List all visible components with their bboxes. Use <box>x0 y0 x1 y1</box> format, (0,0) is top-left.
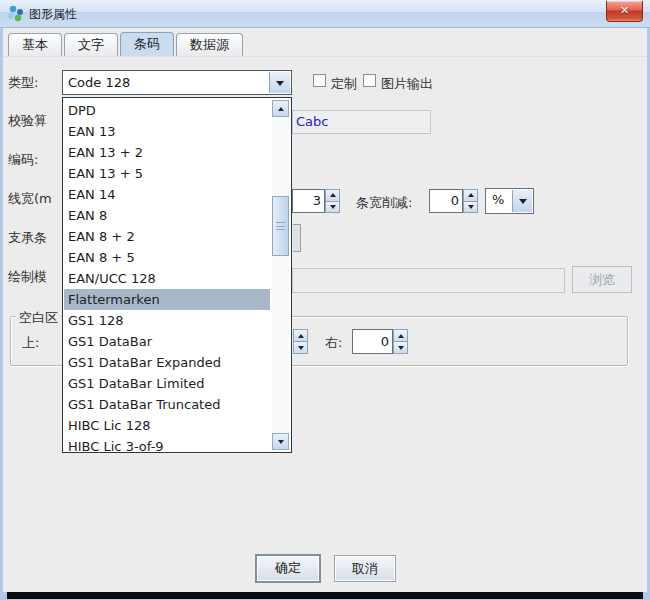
spinner-up-button[interactable] <box>393 329 408 342</box>
list-item[interactable]: GS1 128 <box>64 310 270 331</box>
tab-text[interactable]: 文字 <box>64 33 118 56</box>
checksum-label: 校验算 <box>8 112 47 130</box>
arrow-up-icon <box>278 107 284 111</box>
spinner-down-button[interactable] <box>325 202 340 214</box>
draw-mode-label: 绘制模 <box>8 268 47 286</box>
list-item[interactable]: EAN 8 + 2 <box>64 226 270 247</box>
bar-width-reduction-field[interactable]: 0 <box>429 189 463 213</box>
quiet-zone-right-field[interactable]: 0 <box>352 329 393 354</box>
bearer-bar-label: 支承条 <box>8 229 47 247</box>
arrow-down-icon <box>298 346 304 350</box>
window-border-left <box>0 28 3 592</box>
window-border-bottom-inner <box>7 592 643 599</box>
ok-button[interactable]: 确定 <box>255 554 321 583</box>
custom-checkbox-label: 定制 <box>331 75 357 93</box>
list-item[interactable]: GS1 DataBar Truncated <box>64 394 270 415</box>
list-item[interactable]: EAN 13 <box>64 121 270 142</box>
tab-strip: 基本 文字 条码 数据源 <box>8 32 245 56</box>
list-item[interactable]: GS1 DataBar Expanded <box>64 352 270 373</box>
barcode-type-listbox: DPDEAN 13EAN 13 + 2EAN 13 + 5EAN 14EAN 8… <box>64 100 290 451</box>
tab-barcode[interactable]: 条码 <box>120 32 174 56</box>
list-item[interactable]: EAN 8 <box>64 205 270 226</box>
bwr-unit-combobox[interactable]: % <box>485 188 534 214</box>
image-output-checkbox-label: 图片输出 <box>381 75 433 93</box>
spinner-up-button[interactable] <box>463 189 478 202</box>
list-item[interactable]: EAN 8 + 5 <box>64 247 270 268</box>
combobox-dropdown-button[interactable] <box>269 72 290 93</box>
list-item[interactable]: EAN 13 + 5 <box>64 163 270 184</box>
quiet-zone-top-label: 上: <box>22 334 39 352</box>
draw-mode-path-field[interactable] <box>292 268 565 293</box>
browse-button[interactable]: 浏览 <box>572 266 632 293</box>
close-button[interactable]: ✕ <box>606 1 643 22</box>
quiet-zone-group-label: 空白区 <box>16 309 61 327</box>
dropdown-scrollbar[interactable] <box>272 100 289 450</box>
quiet-zone-right-label: 右: <box>325 334 342 352</box>
bar-width-reduction-label: 条宽削减: <box>356 194 412 212</box>
custom-checkbox[interactable] <box>313 74 326 87</box>
graphic-properties-dialog: 图形属性 ✕ 基本 文字 条码 数据源 类型: Code 128 定制 图片输出… <box>0 0 650 600</box>
image-output-checkbox[interactable] <box>363 74 376 87</box>
cancel-button[interactable]: 取消 <box>334 555 396 582</box>
list-item[interactable]: EAN 14 <box>64 184 270 205</box>
arrow-up-icon <box>398 334 404 338</box>
arrow-up-icon <box>298 334 304 338</box>
linewidth-spinner <box>325 189 340 213</box>
window-border-bottom <box>0 592 650 600</box>
quiet-zone-right-spinner <box>393 329 408 354</box>
spinner-up-button[interactable] <box>325 189 340 202</box>
tab-datasource[interactable]: 数据源 <box>176 33 243 56</box>
checksum-value: Cabc <box>296 114 328 129</box>
list-item[interactable]: GS1 DataBar Limited <box>64 373 270 394</box>
encoding-label: 编码: <box>8 151 38 169</box>
tab-basic[interactable]: 基本 <box>8 33 62 56</box>
scrollbar-thumb[interactable] <box>272 196 289 256</box>
barcode-type-value: Code 128 <box>68 73 130 93</box>
list-item[interactable]: HIBC Lic 128 <box>64 415 270 436</box>
bwr-unit-dropdown-button[interactable] <box>512 190 532 212</box>
list-item[interactable]: Flattermarken <box>64 289 270 310</box>
arrow-down-icon <box>398 346 404 350</box>
barcode-type-dropdown-popup: DPDEAN 13EAN 13 + 2EAN 13 + 5EAN 14EAN 8… <box>62 97 292 453</box>
arrow-down-icon <box>278 440 284 444</box>
chevron-down-icon <box>276 81 284 86</box>
bar-width-reduction-spinner <box>463 189 478 213</box>
arrow-up-icon <box>330 193 336 197</box>
window-title: 图形属性 <box>29 6 77 23</box>
checksum-value-field[interactable]: Cabc <box>292 110 431 134</box>
list-item[interactable]: EAN/UCC 128 <box>64 268 270 289</box>
tab-underline <box>3 56 647 57</box>
partially-hidden-control <box>293 224 301 252</box>
list-item[interactable]: GS1 DataBar <box>64 331 270 352</box>
titlebar[interactable]: 图形属性 ✕ <box>0 0 650 28</box>
app-logo-icon <box>7 5 24 22</box>
spinner-down-button[interactable] <box>463 202 478 214</box>
scrollbar-up-button[interactable] <box>272 100 289 117</box>
arrow-up-icon <box>468 193 474 197</box>
linewidth-field[interactable]: 3 <box>292 189 325 213</box>
arrow-down-icon <box>330 205 336 209</box>
spinner-up-button[interactable] <box>293 329 308 342</box>
bwr-unit-value: % <box>492 192 504 207</box>
arrow-down-icon <box>468 205 474 209</box>
spinner-down-button[interactable] <box>393 342 408 354</box>
scrollbar-down-button[interactable] <box>272 433 289 450</box>
chevron-down-icon <box>519 199 527 204</box>
linewidth-label: 线宽(m <box>8 190 52 208</box>
list-item[interactable]: DPD <box>64 100 270 121</box>
barcode-type-combobox[interactable]: Code 128 <box>62 70 292 95</box>
list-item[interactable]: HIBC Lic 3-of-9 <box>64 436 270 453</box>
type-label: 类型: <box>8 74 38 92</box>
close-icon: ✕ <box>620 4 629 17</box>
spinner-down-button[interactable] <box>293 342 308 354</box>
quiet-zone-top-spinner <box>293 329 308 354</box>
list-item[interactable]: EAN 13 + 2 <box>64 142 270 163</box>
scrollbar-grip-icon <box>276 222 285 230</box>
